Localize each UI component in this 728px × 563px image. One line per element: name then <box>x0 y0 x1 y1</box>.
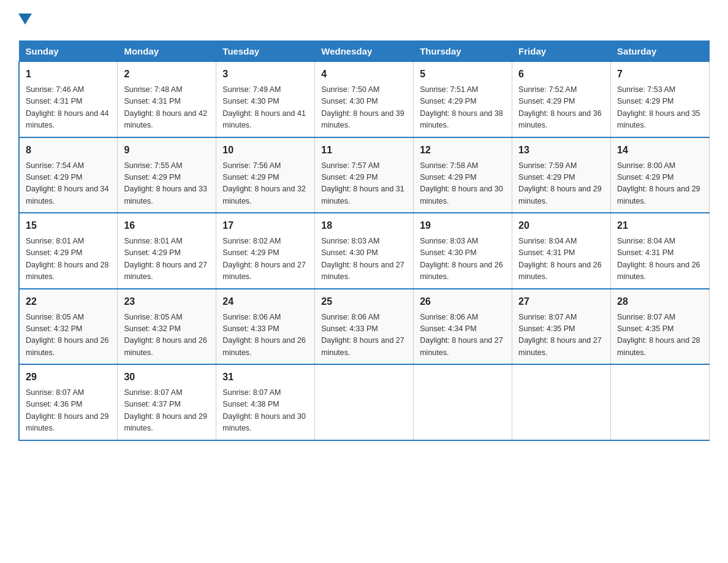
calendar-day-cell: 18Sunrise: 8:03 AMSunset: 4:30 PMDayligh… <box>315 213 414 289</box>
calendar-week-row: 22Sunrise: 8:05 AMSunset: 4:32 PMDayligh… <box>19 289 710 365</box>
header-thursday: Thursday <box>414 41 512 62</box>
page-header <box>18 12 710 28</box>
day-number: 19 <box>420 218 506 233</box>
calendar-day-cell: 2Sunrise: 7:48 AMSunset: 4:31 PMDaylight… <box>118 62 216 137</box>
day-number: 15 <box>26 218 111 233</box>
day-info: Sunrise: 7:59 AMSunset: 4:29 PMDaylight:… <box>518 160 604 208</box>
day-info: Sunrise: 7:52 AMSunset: 4:29 PMDaylight:… <box>518 84 604 132</box>
day-number: 11 <box>321 143 407 158</box>
day-info: Sunrise: 7:51 AMSunset: 4:29 PMDaylight:… <box>420 84 506 132</box>
calendar-day-cell: 24Sunrise: 8:06 AMSunset: 4:33 PMDayligh… <box>216 289 315 365</box>
day-number: 7 <box>617 67 703 82</box>
day-info: Sunrise: 8:04 AMSunset: 4:31 PMDaylight:… <box>518 236 604 283</box>
day-info: Sunrise: 8:07 AMSunset: 4:35 PMDaylight:… <box>617 312 703 359</box>
day-info: Sunrise: 7:56 AMSunset: 4:29 PMDaylight:… <box>222 160 308 208</box>
day-number: 2 <box>124 67 210 82</box>
day-info: Sunrise: 7:53 AMSunset: 4:29 PMDaylight:… <box>617 84 703 132</box>
day-info: Sunrise: 7:54 AMSunset: 4:29 PMDaylight:… <box>26 160 111 208</box>
calendar-day-cell: 25Sunrise: 8:06 AMSunset: 4:33 PMDayligh… <box>315 289 414 365</box>
day-number: 9 <box>124 143 210 158</box>
day-info: Sunrise: 8:03 AMSunset: 4:30 PMDaylight:… <box>321 236 407 283</box>
calendar-day-cell <box>611 364 710 440</box>
calendar-day-cell <box>512 364 611 440</box>
day-info: Sunrise: 8:07 AMSunset: 4:35 PMDaylight:… <box>518 312 604 359</box>
day-info: Sunrise: 8:00 AMSunset: 4:29 PMDaylight:… <box>617 160 703 208</box>
day-number: 18 <box>321 218 407 233</box>
day-info: Sunrise: 8:04 AMSunset: 4:31 PMDaylight:… <box>617 236 703 283</box>
calendar-day-cell: 11Sunrise: 7:57 AMSunset: 4:29 PMDayligh… <box>315 137 414 213</box>
day-info: Sunrise: 7:50 AMSunset: 4:30 PMDaylight:… <box>321 84 407 132</box>
day-info: Sunrise: 8:03 AMSunset: 4:30 PMDaylight:… <box>420 236 506 283</box>
calendar-day-cell: 7Sunrise: 7:53 AMSunset: 4:29 PMDaylight… <box>611 62 710 137</box>
calendar-day-cell: 10Sunrise: 7:56 AMSunset: 4:29 PMDayligh… <box>216 137 315 213</box>
day-number: 8 <box>26 143 111 158</box>
day-info: Sunrise: 8:06 AMSunset: 4:33 PMDaylight:… <box>321 312 407 359</box>
day-info: Sunrise: 8:05 AMSunset: 4:32 PMDaylight:… <box>124 312 210 359</box>
calendar-week-row: 8Sunrise: 7:54 AMSunset: 4:29 PMDaylight… <box>19 137 710 213</box>
calendar-day-cell: 8Sunrise: 7:54 AMSunset: 4:29 PMDaylight… <box>19 137 118 213</box>
header-friday: Friday <box>512 41 611 62</box>
day-number: 5 <box>420 67 506 82</box>
calendar-day-cell: 9Sunrise: 7:55 AMSunset: 4:29 PMDaylight… <box>118 137 216 213</box>
day-info: Sunrise: 7:55 AMSunset: 4:29 PMDaylight:… <box>124 160 210 208</box>
day-info: Sunrise: 7:49 AMSunset: 4:30 PMDaylight:… <box>222 84 308 132</box>
calendar-day-cell: 21Sunrise: 8:04 AMSunset: 4:31 PMDayligh… <box>611 213 710 289</box>
calendar-day-cell: 28Sunrise: 8:07 AMSunset: 4:35 PMDayligh… <box>611 289 710 365</box>
day-number: 1 <box>26 67 111 82</box>
day-number: 30 <box>124 370 210 385</box>
day-info: Sunrise: 8:05 AMSunset: 4:32 PMDaylight:… <box>26 312 111 359</box>
day-info: Sunrise: 7:46 AMSunset: 4:31 PMDaylight:… <box>26 84 111 132</box>
calendar-day-cell: 13Sunrise: 7:59 AMSunset: 4:29 PMDayligh… <box>512 137 611 213</box>
day-info: Sunrise: 7:48 AMSunset: 4:31 PMDaylight:… <box>124 84 210 132</box>
day-number: 3 <box>222 67 308 82</box>
day-number: 27 <box>518 294 604 309</box>
day-number: 22 <box>26 294 111 309</box>
day-number: 25 <box>321 294 407 309</box>
day-number: 16 <box>124 218 210 233</box>
calendar-day-cell: 30Sunrise: 8:07 AMSunset: 4:37 PMDayligh… <box>118 364 216 440</box>
calendar-day-cell: 4Sunrise: 7:50 AMSunset: 4:30 PMDaylight… <box>315 62 414 137</box>
day-info: Sunrise: 8:07 AMSunset: 4:37 PMDaylight:… <box>124 387 210 435</box>
calendar-day-cell: 27Sunrise: 8:07 AMSunset: 4:35 PMDayligh… <box>512 289 611 365</box>
calendar-week-row: 15Sunrise: 8:01 AMSunset: 4:29 PMDayligh… <box>19 213 710 289</box>
calendar-week-row: 29Sunrise: 8:07 AMSunset: 4:36 PMDayligh… <box>19 364 710 440</box>
day-number: 24 <box>222 294 308 309</box>
calendar-day-cell: 23Sunrise: 8:05 AMSunset: 4:32 PMDayligh… <box>118 289 216 365</box>
header-saturday: Saturday <box>611 41 710 62</box>
day-number: 20 <box>518 218 604 233</box>
day-number: 4 <box>321 67 407 82</box>
day-number: 10 <box>222 143 308 158</box>
day-number: 12 <box>420 143 506 158</box>
calendar-day-cell: 12Sunrise: 7:58 AMSunset: 4:29 PMDayligh… <box>414 137 512 213</box>
calendar-day-cell: 15Sunrise: 8:01 AMSunset: 4:29 PMDayligh… <box>19 213 118 289</box>
calendar-day-cell: 29Sunrise: 8:07 AMSunset: 4:36 PMDayligh… <box>19 364 118 440</box>
header-monday: Monday <box>118 41 216 62</box>
calendar-day-cell: 20Sunrise: 8:04 AMSunset: 4:31 PMDayligh… <box>512 213 611 289</box>
header-wednesday: Wednesday <box>315 41 414 62</box>
day-number: 23 <box>124 294 210 309</box>
day-number: 31 <box>222 370 308 385</box>
calendar-day-cell: 3Sunrise: 7:49 AMSunset: 4:30 PMDaylight… <box>216 62 315 137</box>
calendar-week-row: 1Sunrise: 7:46 AMSunset: 4:31 PMDaylight… <box>19 62 710 137</box>
day-number: 26 <box>420 294 506 309</box>
calendar-day-cell: 1Sunrise: 7:46 AMSunset: 4:31 PMDaylight… <box>19 62 118 137</box>
calendar-day-cell: 14Sunrise: 8:00 AMSunset: 4:29 PMDayligh… <box>611 137 710 213</box>
calendar-day-cell <box>414 364 512 440</box>
svg-marker-0 <box>18 13 32 25</box>
calendar-table: Sunday Monday Tuesday Wednesday Thursday… <box>18 40 710 441</box>
day-number: 13 <box>518 143 604 158</box>
day-info: Sunrise: 8:07 AMSunset: 4:36 PMDaylight:… <box>26 387 111 435</box>
calendar-day-cell: 19Sunrise: 8:03 AMSunset: 4:30 PMDayligh… <box>414 213 512 289</box>
day-number: 17 <box>222 218 308 233</box>
calendar-day-cell: 31Sunrise: 8:07 AMSunset: 4:38 PMDayligh… <box>216 364 315 440</box>
calendar-day-cell: 5Sunrise: 7:51 AMSunset: 4:29 PMDaylight… <box>414 62 512 137</box>
header-tuesday: Tuesday <box>216 41 315 62</box>
logo-arrow-icon <box>18 13 32 27</box>
calendar-day-cell: 17Sunrise: 8:02 AMSunset: 4:29 PMDayligh… <box>216 213 315 289</box>
day-number: 21 <box>617 218 703 233</box>
day-number: 29 <box>26 370 111 385</box>
day-info: Sunrise: 8:06 AMSunset: 4:34 PMDaylight:… <box>420 312 506 359</box>
calendar-day-cell: 26Sunrise: 8:06 AMSunset: 4:34 PMDayligh… <box>414 289 512 365</box>
calendar-day-cell: 6Sunrise: 7:52 AMSunset: 4:29 PMDaylight… <box>512 62 611 137</box>
calendar-day-cell <box>315 364 414 440</box>
